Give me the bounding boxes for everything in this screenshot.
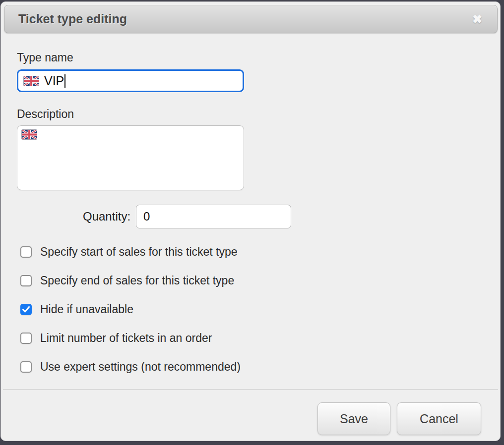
- ticket-type-editing-dialog: Ticket type editing ✖ Type name VIP Desc…: [0, 1, 501, 441]
- checkbox-list: Specify start of sales for this ticket t…: [20, 245, 484, 374]
- dialog-content: Type name VIP Description: [1, 51, 500, 374]
- checkbox-specify-start-of-sales[interactable]: Specify start of sales for this ticket t…: [20, 245, 484, 259]
- save-button[interactable]: Save: [317, 402, 390, 435]
- description-label: Description: [17, 108, 484, 121]
- cancel-button[interactable]: Cancel: [397, 402, 481, 435]
- type-name-input[interactable]: VIP: [17, 69, 244, 92]
- type-name-value: VIP: [44, 74, 64, 88]
- checkbox-specify-end-of-sales[interactable]: Specify end of sales for this ticket typ…: [20, 274, 484, 287]
- checkbox-label: Specify end of sales for this ticket typ…: [40, 274, 234, 287]
- checkbox-use-expert-settings[interactable]: Use expert settings (not recommended): [20, 360, 484, 374]
- checkbox-icon[interactable]: [20, 275, 32, 286]
- checkbox-label: Limit number of tickets in an order: [40, 332, 212, 345]
- text-caret: [64, 74, 65, 88]
- quantity-input[interactable]: [136, 205, 291, 228]
- dialog-header: Ticket type editing ✖: [4, 5, 498, 33]
- dialog-title: Ticket type editing: [18, 12, 470, 26]
- checkbox-hide-if-unavailable[interactable]: Hide if unavailable: [20, 303, 484, 316]
- checkbox-icon[interactable]: [20, 304, 32, 315]
- checkbox-label: Specify start of sales for this ticket t…: [40, 245, 238, 259]
- uk-flag-icon: [22, 130, 37, 139]
- checkbox-label: Use expert settings (not recommended): [40, 360, 241, 374]
- close-button[interactable]: ✖: [470, 11, 484, 27]
- checkbox-icon[interactable]: [20, 361, 32, 373]
- quantity-row: Quantity:: [17, 205, 484, 228]
- type-name-label: Type name: [17, 51, 484, 64]
- quantity-label: Quantity:: [83, 210, 130, 223]
- check-icon: [22, 306, 30, 313]
- close-icon: ✖: [472, 12, 482, 26]
- checkbox-label: Hide if unavailable: [40, 303, 133, 316]
- description-textarea[interactable]: [17, 125, 244, 190]
- checkbox-icon[interactable]: [20, 333, 32, 344]
- checkbox-limit-tickets-per-order[interactable]: Limit number of tickets in an order: [20, 332, 484, 345]
- dialog-footer: Save Cancel: [1, 390, 500, 435]
- checkbox-icon[interactable]: [20, 246, 32, 258]
- uk-flag-icon: [24, 76, 39, 86]
